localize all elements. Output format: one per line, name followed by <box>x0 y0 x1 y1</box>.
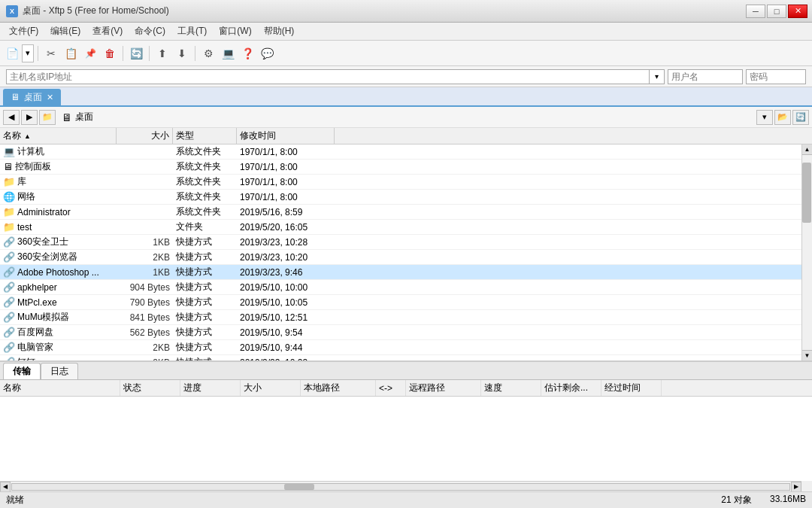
file-row[interactable]: 🔗MuMu模拟器841 Bytes快捷方式2019/5/10, 12:51 <box>0 310 812 325</box>
transfer-header: 名称状态进度大小本地路径<->远程路径速度估计剩余...经过时间 <box>0 380 812 397</box>
file-row[interactable]: 🖥控制面板系统文件夹1970/1/1, 8:00 <box>0 160 812 175</box>
menu-item-窗口(W)[interactable]: 窗口(W) <box>213 23 257 39</box>
scroll-track <box>802 155 812 350</box>
scroll-thumb[interactable] <box>802 163 811 223</box>
file-row[interactable]: 🔗百度网盘562 Bytes快捷方式2019/5/10, 9:54 <box>0 325 812 340</box>
transfer-col-0[interactable]: 名称 <box>0 380 120 396</box>
file-row[interactable]: 🔗钉钉2KB快捷方式2019/3/23, 10:23 <box>0 355 812 360</box>
forward-button[interactable]: ▶ <box>21 110 38 125</box>
file-name-text: Administrator <box>17 207 71 217</box>
file-date-cell: 2019/3/23, 10:28 <box>237 237 335 248</box>
chat-button[interactable]: 💬 <box>258 44 276 62</box>
file-size-cell: 2KB <box>117 252 173 263</box>
status-info: 21 对象 33.16MB <box>721 494 806 506</box>
file-row[interactable]: 📁库系统文件夹1970/1/1, 8:00 <box>0 175 812 190</box>
minimize-button[interactable]: ─ <box>746 5 765 18</box>
menu-item-工具(T)[interactable]: 工具(T) <box>171 23 213 39</box>
horizontal-scrollbar[interactable]: ◀ ▶ <box>0 481 801 491</box>
file-name-cell: 🔗Adobe Photoshop ... <box>0 266 117 278</box>
vertical-scrollbar[interactable]: ▲ ▼ <box>801 144 812 360</box>
file-date-cell: 2019/3/23, 9:46 <box>237 267 335 278</box>
desktop-tab[interactable]: 🖥 桌面 ✕ <box>3 89 61 105</box>
new-session-dropdown[interactable]: ▾ <box>22 44 34 62</box>
file-type-cell: 快捷方式 <box>173 281 237 294</box>
transfer-col-6[interactable]: 远程路径 <box>406 380 481 396</box>
file-row[interactable]: 🔗360安全浏览器2KB快捷方式2019/3/23, 10:20 <box>0 250 812 265</box>
back-button[interactable]: ◀ <box>3 110 20 125</box>
sort-indicator: ▲ <box>24 132 31 140</box>
maximize-button[interactable]: □ <box>767 5 786 18</box>
menu-item-文件(F)[interactable]: 文件(F) <box>3 23 44 39</box>
refresh-path-button[interactable]: 🔄 <box>792 110 809 125</box>
cut-button[interactable]: ✂ <box>42 44 60 62</box>
path-dropdown-button[interactable]: ▾ <box>756 110 773 125</box>
upload-button[interactable]: ⬆ <box>153 44 171 62</box>
file-size-cell: 2KB <box>117 342 173 353</box>
file-list-container: 💻计算机系统文件夹1970/1/1, 8:00🖥控制面板系统文件夹1970/1/… <box>0 144 812 360</box>
transfer-col-4[interactable]: 本地路径 <box>301 380 376 396</box>
host-dropdown[interactable]: ▾ <box>650 69 665 84</box>
transfer-col-7[interactable]: 速度 <box>481 380 541 396</box>
path-display: 🖥 桌面 <box>57 111 755 123</box>
path-bar: ◀ ▶ 📁 🖥 桌面 ▾ 📂 🔄 <box>0 107 812 128</box>
close-button[interactable]: ✕ <box>788 5 807 18</box>
file-row[interactable]: 🌐网络系统文件夹1970/1/1, 8:00 <box>0 190 812 205</box>
file-row[interactable]: 🔗Adobe Photoshop ...1KB快捷方式2019/3/23, 9:… <box>0 265 812 280</box>
transfer-col-8[interactable]: 估计剩余... <box>541 380 601 396</box>
log-tab[interactable]: 日志 <box>41 363 78 379</box>
transfer-col-5[interactable]: <-> <box>376 380 406 396</box>
transfer-col-9[interactable]: 经过时间 <box>601 380 662 396</box>
menu-item-查看(V)[interactable]: 查看(V) <box>86 23 129 39</box>
delete-button[interactable]: 🗑 <box>101 44 119 62</box>
file-icon: 🔗 <box>3 236 15 248</box>
copy-button[interactable]: 📋 <box>62 44 80 62</box>
transfer-col-3[interactable]: 大小 <box>241 380 301 396</box>
h-scroll-right-button[interactable]: ▶ <box>791 482 801 492</box>
download-button[interactable]: ⬇ <box>173 44 191 62</box>
h-scroll-thumb[interactable] <box>284 484 314 490</box>
password-input[interactable] <box>746 69 806 84</box>
column-header-date[interactable]: 修改时间 <box>237 128 335 144</box>
h-scroll-left-button[interactable]: ◀ <box>0 482 11 492</box>
file-icon: 🔗 <box>3 281 15 293</box>
file-date-cell: 2019/5/10, 12:51 <box>237 312 335 323</box>
transfer-col-1[interactable]: 状态 <box>120 380 180 396</box>
file-date-cell: 2019/3/23, 10:20 <box>237 252 335 263</box>
file-row[interactable]: 🔗360安全卫士1KB快捷方式2019/3/23, 10:28 <box>0 235 812 250</box>
open-folder-button[interactable]: 📂 <box>774 110 791 125</box>
file-row[interactable]: 💻计算机系统文件夹1970/1/1, 8:00 <box>0 144 812 160</box>
menu-item-帮助(H)[interactable]: 帮助(H) <box>258 23 301 39</box>
refresh-button[interactable]: 🔄 <box>127 44 145 62</box>
status-text: 就绪 <box>6 494 721 506</box>
properties-button[interactable]: ⚙ <box>199 44 217 62</box>
host-input[interactable] <box>6 69 650 84</box>
file-row[interactable]: 🔗MtPcl.exe790 Bytes快捷方式2019/5/10, 10:05 <box>0 295 812 310</box>
tab-close-button[interactable]: ✕ <box>47 93 53 102</box>
username-input[interactable] <box>668 69 743 84</box>
file-row[interactable]: 📁Administrator系统文件夹2019/5/16, 8:59 <box>0 205 812 220</box>
transfer-tab[interactable]: 传输 <box>3 363 41 379</box>
file-type-cell: 系统文件夹 <box>173 160 237 173</box>
column-header-size[interactable]: 大小 <box>117 128 173 144</box>
terminal-button[interactable]: 💻 <box>219 44 237 62</box>
scroll-up-button[interactable]: ▲ <box>802 144 812 155</box>
column-header-type[interactable]: 类型 <box>173 128 237 144</box>
file-row[interactable]: 🔗电脑管家2KB快捷方式2019/5/10, 9:44 <box>0 340 812 355</box>
file-name-text: apkhelper <box>17 282 57 293</box>
column-header-name[interactable]: 名称 ▲ <box>0 128 117 144</box>
scroll-down-button[interactable]: ▼ <box>802 350 812 360</box>
menu-item-编辑(E)[interactable]: 编辑(E) <box>44 23 86 39</box>
file-row[interactable]: 📁test文件夹2019/5/20, 16:05 <box>0 220 812 235</box>
paste-button[interactable]: 📌 <box>81 44 99 62</box>
transfer-col-2[interactable]: 进度 <box>180 380 241 396</box>
toolbar-separator-1 <box>38 46 38 61</box>
help-button[interactable]: ❓ <box>238 44 256 62</box>
total-size: 33.16MB <box>770 494 806 506</box>
up-button[interactable]: 📁 <box>39 110 56 125</box>
new-session-button[interactable]: 📄 <box>3 44 21 62</box>
file-date-cell: 2019/5/16, 8:59 <box>237 207 335 217</box>
toolbar: 📄 ▾ ✂ 📋 📌 🗑 🔄 ⬆ ⬇ ⚙ 💻 ❓ 💬 <box>0 41 812 66</box>
menu-item-命令(C)[interactable]: 命令(C) <box>129 23 171 39</box>
file-row[interactable]: 🔗apkhelper904 Bytes快捷方式2019/5/10, 10:00 <box>0 280 812 295</box>
file-type-cell: 快捷方式 <box>173 266 237 278</box>
